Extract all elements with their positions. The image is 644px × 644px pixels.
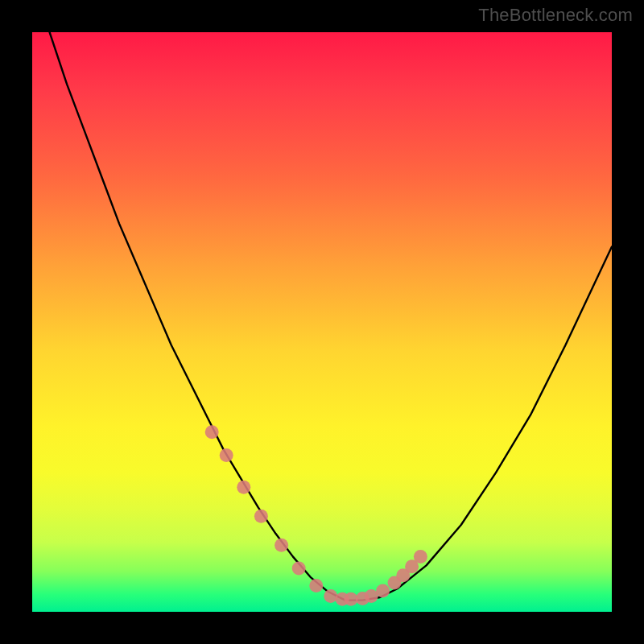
data-marker: [237, 481, 250, 494]
data-marker: [205, 425, 219, 439]
chart-svg: [32, 32, 612, 612]
data-marker: [309, 579, 323, 592]
chart-frame: TheBottleneck.com: [0, 0, 644, 644]
chart-plot-area: [32, 32, 612, 612]
data-marker: [376, 584, 390, 598]
watermark-text: TheBottleneck.com: [478, 5, 633, 26]
data-marker: [254, 510, 268, 523]
data-marker: [275, 539, 288, 552]
data-marker: [292, 562, 306, 576]
curve-path: [32, 32, 612, 601]
data-marker: [324, 589, 337, 603]
data-marker: [414, 550, 427, 564]
data-marker: [220, 448, 233, 462]
